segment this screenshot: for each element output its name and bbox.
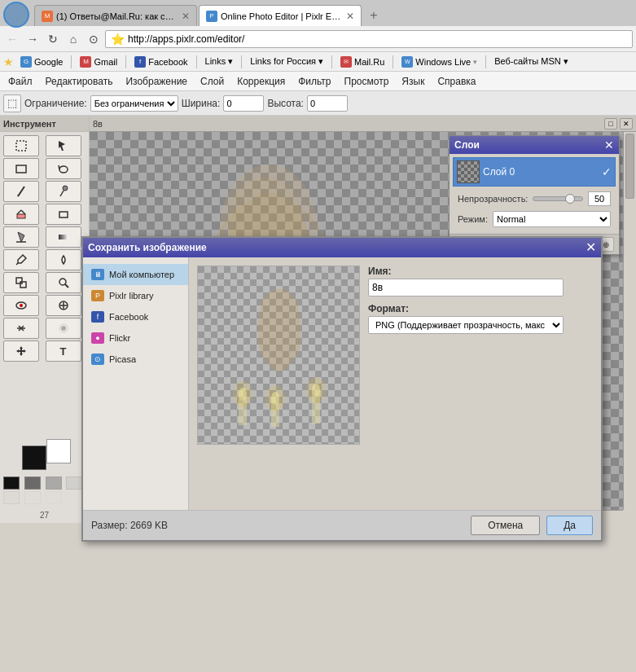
bookmark-msn[interactable]: Веб-сайты MSN ▾ [489, 55, 573, 68]
svg-point-7 [63, 186, 68, 191]
new-tab-button[interactable]: + [363, 5, 384, 26]
tool-heal[interactable] [46, 295, 81, 316]
bookmark-facebook[interactable]: f Facebook [129, 55, 192, 69]
foreground-color[interactable] [22, 446, 46, 470]
menu-help[interactable]: Справка [431, 73, 482, 90]
tool-blur[interactable] [46, 318, 81, 339]
opacity-btn-3[interactable] [46, 491, 62, 504]
tool-zoom[interactable] [46, 272, 81, 293]
menu-layer[interactable]: Слой [194, 73, 230, 90]
opacity-slider[interactable] [533, 196, 583, 201]
tab-close-mail[interactable]: ✕ [182, 11, 190, 22]
opacity-value[interactable]: 50 [588, 191, 611, 206]
url-input[interactable] [128, 33, 627, 45]
layers-panel-close[interactable]: ✕ [604, 138, 614, 152]
bookmark-mailru[interactable]: ✉ Mail.Ru [336, 55, 389, 69]
tool-dodge[interactable] [46, 249, 81, 270]
layer-row-0[interactable]: Слой 0 ✓ [453, 157, 616, 187]
toolbar-marquee-btn[interactable]: ⬚ [3, 94, 21, 112]
svg-point-56 [306, 377, 326, 403]
tool-dropper[interactable] [3, 249, 39, 270]
tool-shape[interactable] [46, 204, 81, 225]
tool-text[interactable]: T [46, 340, 81, 362]
layers-panel-titlebar: Слои ✕ [450, 136, 619, 154]
toolbar-height-input[interactable] [307, 95, 348, 112]
save-dialog-close[interactable]: ✕ [586, 241, 596, 254]
save-dialog-content: Имя: Формат: PNG (Поддерживает прозрачно… [197, 266, 593, 502]
menu-edit[interactable]: Редактировать [39, 73, 120, 90]
tab-close-pixlr[interactable]: ✕ [346, 11, 354, 22]
mode-select[interactable]: Normal [493, 211, 611, 227]
toolbar-limit-select[interactable]: Без ограничения [90, 95, 178, 112]
opacity-btn-25[interactable] [66, 477, 82, 490]
menu-correction[interactable]: Коррекция [230, 73, 292, 90]
canvas-close-btn[interactable]: ✕ [620, 118, 633, 130]
bm-label-links: Links ▾ [205, 56, 234, 67]
bookmark-windows-live[interactable]: W Windows Live ▾ [397, 55, 482, 69]
menu-filter[interactable]: Фильтр [292, 73, 337, 90]
tool-lasso[interactable] [46, 158, 81, 179]
tab-mail[interactable]: M (1) Ответы@Mail.Ru: как сдела... ✕ [34, 5, 197, 26]
bm-favicon-google: G [20, 56, 32, 68]
menu-view[interactable]: Просмотр [338, 73, 396, 90]
canvas-file-title: 8в [93, 119, 103, 129]
profile-avatar[interactable] [3, 2, 29, 28]
opacity-thumb[interactable] [565, 194, 575, 204]
format-select[interactable]: PNG (Поддерживает прозрачность, макс [368, 316, 564, 334]
tool-fill[interactable] [3, 226, 39, 248]
menu-lang[interactable]: Язык [395, 73, 431, 90]
tools-panel: Инструмент [0, 116, 90, 523]
opacity-btn-75[interactable] [24, 477, 41, 490]
tool-clone[interactable] [3, 272, 39, 293]
tool-arrow[interactable] [46, 135, 81, 156]
tool-pencil[interactable] [3, 181, 39, 202]
bookmark-gmail[interactable]: M Gmail [75, 55, 122, 69]
save-sidebar-pixlr[interactable]: P Pixlr library [83, 285, 188, 306]
save-sidebar-picasa[interactable]: ⊙ Picasa [83, 349, 188, 370]
opacity-btn-100[interactable] [3, 477, 20, 490]
tool-eraser[interactable] [3, 204, 39, 225]
tool-selection[interactable] [3, 135, 39, 156]
svg-marker-1 [59, 141, 65, 151]
filename-input[interactable] [368, 279, 564, 296]
tab-title-mail: (1) Ответы@Mail.Ru: как сдела... [56, 11, 178, 21]
save-sidebar-facebook[interactable]: f Facebook [83, 306, 188, 327]
background-color[interactable] [46, 439, 71, 463]
tool-move[interactable] [3, 340, 39, 362]
svg-line-5 [18, 187, 24, 196]
tool-rect-select[interactable] [3, 158, 39, 179]
reload-button[interactable]: ↻ [44, 30, 62, 48]
layer-visibility-check[interactable]: ✓ [602, 165, 612, 178]
star-icon: ⭐ [111, 33, 125, 46]
canvas-maximize-btn[interactable]: □ [604, 118, 617, 130]
menu-image[interactable]: Изображение [119, 73, 194, 90]
cancel-button[interactable]: Отмена [471, 516, 540, 535]
tool-sharpen[interactable] [3, 318, 39, 339]
menu-file[interactable]: Файл [2, 73, 39, 90]
back-button[interactable]: ← [3, 30, 21, 48]
tool-red-eye[interactable] [3, 295, 39, 316]
tool-gradient[interactable] [46, 226, 81, 248]
home-button[interactable]: ⌂ [64, 30, 82, 48]
forward-button[interactable]: → [24, 30, 42, 48]
bookmark-links-russia[interactable]: Links for Россия ▾ [245, 55, 328, 68]
layers-panel-title: Слои [454, 139, 480, 151]
canvas-scrollbar-v[interactable] [623, 132, 636, 510]
toolbar-width-input[interactable] [223, 95, 264, 112]
opacity-btn-6[interactable] [24, 491, 41, 504]
bookmark-google[interactable]: G Google [15, 55, 68, 69]
save-sidebar-computer[interactable]: 🖥 Мой компьютер [83, 264, 188, 285]
tool-brush[interactable] [46, 181, 81, 202]
history-button[interactable]: ⊙ [85, 30, 103, 48]
svg-rect-9 [17, 214, 25, 218]
bookmark-links[interactable]: Links ▾ [200, 55, 239, 68]
save-sidebar-flickr[interactable]: ● Flickr [83, 327, 188, 349]
opacity-btn-50[interactable] [46, 477, 62, 490]
vscroll-thumb[interactable] [625, 134, 634, 199]
app-menubar: Файл Редактировать Изображение Слой Корр… [0, 72, 636, 91]
opacity-btn-12[interactable] [3, 491, 20, 504]
ok-button[interactable]: Да [546, 516, 593, 535]
opacity-tools [0, 473, 89, 507]
save-sidebar-label-pixlr: Pixlr library [109, 291, 153, 301]
tab-pixlr[interactable]: P Online Photo Editor | Pixlr Edit... ✕ [199, 5, 362, 26]
